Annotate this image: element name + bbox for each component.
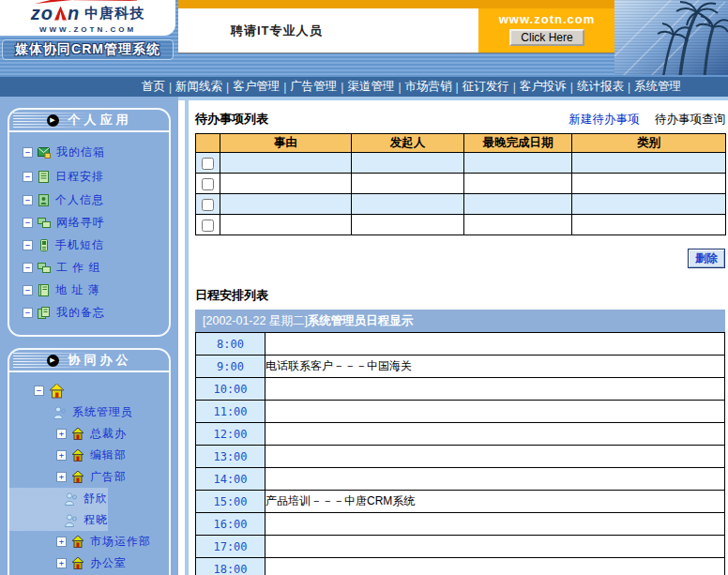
todo-table: 事由 发起人 最晚完成日期 类别 (195, 133, 726, 235)
event-cell[interactable] (265, 333, 725, 356)
tree-item-sysadmin[interactable]: 系统管理员 (9, 401, 169, 423)
todo-row-checkbox[interactable] (202, 199, 214, 211)
event-cell[interactable] (265, 378, 725, 401)
collapse-minus-icon[interactable]: − (23, 218, 33, 228)
home-icon (49, 384, 65, 399)
person-icon (65, 514, 78, 527)
nav-item-channel-mgmt[interactable]: 渠道管理 (347, 79, 394, 95)
nav-separator: | (226, 81, 229, 94)
web-pager-icon (38, 217, 51, 229)
event-cell[interactable] (265, 468, 725, 491)
todo-cell-initiator (352, 174, 464, 194)
todo-query-link[interactable]: 待办事项查询 (655, 113, 725, 126)
expand-plus-icon[interactable]: + (56, 429, 67, 439)
nav-item-subscription[interactable]: 征订发行 (463, 79, 509, 95)
tree-item-editorial-dept[interactable]: + 编辑部 (9, 445, 169, 466)
house-icon (71, 471, 84, 483)
collapse-minus-icon[interactable]: − (23, 195, 33, 205)
new-todo-link[interactable]: 新建待办事项 (569, 113, 640, 126)
schedule-row: 17:00 (196, 536, 725, 558)
time-cell: 10:00 (196, 378, 265, 401)
schedule-row: 9:00电话联系客户－－－中国海关 (196, 356, 725, 378)
nav-item-customer-mgmt[interactable]: 客户管理 (233, 79, 280, 95)
nav-separator: | (398, 81, 401, 94)
palm-trees-photo (614, 0, 728, 75)
event-cell[interactable] (265, 446, 725, 468)
collapse-minus-icon[interactable]: − (23, 147, 33, 158)
collapse-minus-icon[interactable]: − (34, 386, 44, 396)
expand-plus-icon[interactable]: + (56, 537, 67, 547)
event-cell[interactable]: 产品培训－－－中唐CRM系统 (265, 491, 725, 513)
sidebar-item-schedule[interactable]: − 日程安排 (9, 164, 169, 189)
tree-item-user-shuxin[interactable]: 舒欣 (9, 488, 169, 509)
schedule-row: 8:00 (196, 333, 725, 356)
collapse-minus-icon[interactable]: − (23, 172, 33, 182)
panel-office-title: 协同办公 (68, 352, 132, 369)
nav-item-home[interactable]: 首页 (142, 79, 165, 95)
main-nav-bar: 首页| 新闻线索| 客户管理| 广告管理| 渠道管理| 市场营销| 征订发行| … (0, 77, 728, 97)
sidebar-item-workgroup[interactable]: − 工 作 组 (9, 256, 169, 279)
schedule-list-title: 日程安排列表 (195, 287, 725, 304)
event-cell[interactable] (265, 513, 725, 536)
nav-item-reports[interactable]: 统计报表 (577, 79, 624, 95)
todo-cell-subject (220, 174, 352, 194)
expand-plus-icon[interactable]: + (56, 558, 67, 568)
time-cell: 12:00 (196, 423, 265, 446)
expand-plus-icon[interactable]: + (56, 450, 67, 461)
nav-item-complaints[interactable]: 客户投诉 (520, 79, 567, 95)
address-book-icon (38, 284, 50, 296)
schedule-date-text: [2002-01-22 星期二] (203, 313, 308, 329)
workgroup-icon (38, 262, 51, 274)
todo-row-checkbox[interactable] (202, 178, 214, 190)
logo-url-text: WWW.ZOTN.COM (39, 25, 136, 34)
tree-item-user-chengxiao[interactable]: 程晓 (9, 509, 169, 531)
nav-item-ad-mgmt[interactable]: 广告管理 (290, 79, 337, 95)
panel-office-header[interactable]: ▶ 协同办公 (9, 350, 169, 372)
schedule-row: 15:00产品培训－－－中唐CRM系统 (196, 491, 725, 513)
panel-personal-header[interactable]: ▶ 个人应用 (9, 110, 169, 132)
sidebar-item-memo[interactable]: − 我的备忘 (9, 301, 169, 324)
todo-row-checkbox[interactable] (202, 219, 214, 232)
column-header-deadline: 最晚完成日期 (464, 134, 572, 153)
nav-item-news-leads[interactable]: 新闻线索 (175, 79, 222, 95)
todo-cell-deadline (464, 215, 572, 235)
event-cell[interactable]: 电话联系客户－－－中国海关 (265, 356, 725, 378)
column-header-category: 类别 (572, 134, 726, 153)
collapse-minus-icon[interactable]: − (23, 263, 33, 273)
event-cell[interactable] (265, 423, 725, 446)
sidebar-item-mailbox[interactable]: − 我的信箱 (9, 140, 169, 164)
todo-cell-initiator (352, 215, 464, 235)
sidebar-item-address-book[interactable]: − 地 址 薄 (9, 279, 169, 301)
nav-separator: | (341, 81, 343, 94)
tree-item-general-office[interactable]: + 办公室 (9, 552, 169, 574)
sidebar-item-sms[interactable]: − 手机短信 (9, 234, 169, 256)
play-bullet-icon: ▶ (47, 114, 59, 127)
collapse-minus-icon[interactable]: − (23, 240, 33, 250)
brand-text-cn: 中唐科技 (84, 5, 144, 23)
company-logo[interactable]: zon 中唐科技 WWW.ZOTN.COM (0, 0, 175, 36)
todo-row (196, 153, 726, 174)
sidebar-item-profile[interactable]: − 个人信息 (9, 189, 169, 211)
sidebar-item-web-pager[interactable]: − 网络寻呼 (9, 211, 169, 234)
nav-item-marketing[interactable]: 市场营销 (405, 79, 452, 95)
event-cell[interactable] (265, 536, 725, 558)
nav-item-system-mgmt[interactable]: 系统管理 (634, 79, 681, 95)
delete-button[interactable]: 删除 (688, 249, 725, 268)
tree-item-root[interactable]: − (9, 380, 169, 401)
tree-item-ad-dept[interactable]: + 广告部 (9, 466, 169, 488)
ad-banner[interactable]: 聘请IT专业人员 www.zotn.com Click Here (178, 0, 615, 53)
collapse-minus-icon[interactable]: − (23, 308, 33, 318)
time-cell: 16:00 (196, 513, 265, 536)
schedule-row: 18:00 (196, 558, 725, 575)
event-cell[interactable] (265, 558, 725, 575)
collapse-minus-icon[interactable]: − (23, 285, 33, 295)
schedule-row: 10:00 (196, 378, 725, 401)
todo-row-checkbox[interactable] (202, 158, 214, 170)
todo-cell-category (572, 153, 726, 174)
expand-plus-icon[interactable]: + (56, 472, 67, 482)
event-cell[interactable] (265, 401, 725, 423)
tree-item-market-operations[interactable]: + 市场运作部 (9, 531, 169, 552)
tree-item-ceo-office[interactable]: + 总裁办 (9, 423, 169, 445)
schedule-row: 12:00 (196, 423, 725, 446)
click-here-button[interactable]: Click Here (509, 29, 584, 46)
